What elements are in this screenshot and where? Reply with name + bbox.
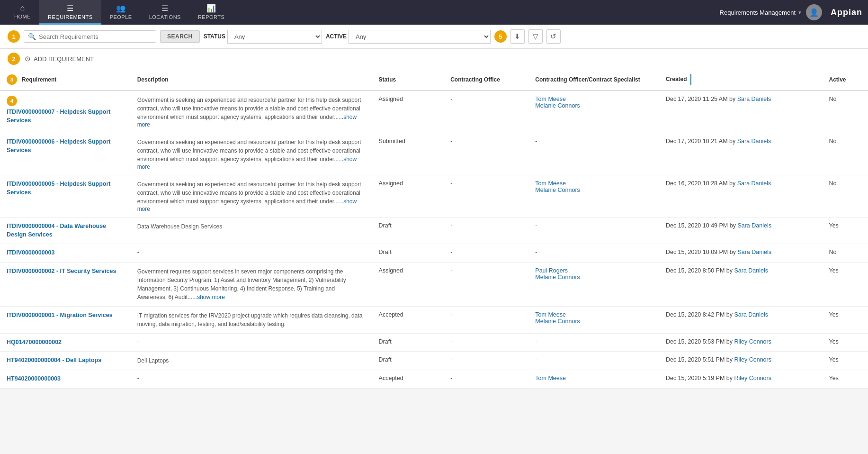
created-by-link[interactable]: Sara Daniels bbox=[737, 222, 771, 229]
created-by-link[interactable]: Riley Connors bbox=[734, 338, 771, 345]
nav-locations[interactable]: ☰ LOCATIONS bbox=[141, 0, 189, 25]
table-header-officer-specialist: Contracting Officer/Contract Specialist bbox=[528, 69, 659, 91]
contracting-office-cell: - bbox=[444, 352, 528, 370]
step-badge-4: 4 bbox=[7, 96, 17, 106]
show-more-link[interactable]: ...show more bbox=[192, 294, 225, 300]
officer-link-1[interactable]: Tom Meese bbox=[535, 96, 653, 102]
requirements-icon: ☰ bbox=[67, 4, 74, 13]
avatar[interactable]: 👤 bbox=[806, 4, 822, 20]
add-icon: ⊙ bbox=[25, 54, 31, 63]
created-date: Dec 17, 2020 10:21 AM by bbox=[666, 138, 737, 145]
status-cell: Submitted bbox=[372, 133, 444, 175]
created-date: Dec 15, 2020 10:09 PM by bbox=[666, 249, 737, 255]
toolbar-row: 1 🔍 SEARCH STATUS Any Draft Submitted As… bbox=[0, 25, 868, 49]
table-row: HT94020000000004 - Dell LaptopsDell Lapt… bbox=[0, 352, 868, 370]
officer-link-1[interactable]: Tom Meese bbox=[535, 375, 653, 381]
step-badge-3: 3 bbox=[7, 74, 17, 85]
officer-cell: - bbox=[528, 133, 659, 175]
description-text: IT migration services for the IRV2020 pr… bbox=[137, 312, 363, 327]
created-by-link[interactable]: Riley Connors bbox=[734, 375, 771, 381]
download-button[interactable]: ⬇ bbox=[510, 29, 525, 44]
table-row: ITDIV0000000006 - Helpdesk Support Servi… bbox=[0, 133, 868, 175]
requirement-link[interactable]: ITDIV0000000006 - Helpdesk Support Servi… bbox=[7, 138, 111, 154]
requirement-link[interactable]: ITDIV0000000005 - Helpdesk Support Servi… bbox=[7, 181, 111, 196]
nav-items: ⌂ HOME ☰ REQUIREMENTS 👥 PEOPLE ☰ LOCATIO… bbox=[6, 0, 720, 25]
people-icon: 👥 bbox=[116, 4, 126, 13]
table-header-created: Created bbox=[659, 69, 823, 91]
search-button[interactable]: SEARCH bbox=[160, 30, 200, 43]
created-cell: Dec 15, 2020 10:09 PM by Sara Daniels bbox=[659, 244, 823, 263]
requirement-link[interactable]: ITDIV0000000004 - Data Warehouse Design … bbox=[7, 223, 106, 238]
created-by-link[interactable]: Sara Daniels bbox=[737, 138, 771, 145]
active-label: ACTIVE bbox=[326, 33, 347, 40]
active-select[interactable]: Any Yes No bbox=[349, 30, 491, 44]
created-cell: Dec 15, 2020 5:53 PM by Riley Connors bbox=[659, 333, 823, 352]
description-cell: - bbox=[131, 370, 372, 389]
requirement-link[interactable]: ITDIV0000000002 - IT Security Services bbox=[7, 268, 116, 274]
active-cell: Yes bbox=[822, 370, 868, 389]
created-date: Dec 17, 2020 11:25 AM by bbox=[666, 96, 737, 102]
description-text: Government is seeking an experienced and… bbox=[137, 181, 361, 205]
officer-cell: - bbox=[528, 244, 659, 263]
filter-icon: ▽ bbox=[533, 32, 538, 41]
requirement-link[interactable]: HQ01470000000002 bbox=[7, 339, 62, 345]
officer-link-1[interactable]: Tom Meese bbox=[535, 311, 653, 318]
created-cell: Dec 15, 2020 10:49 PM by Sara Daniels bbox=[659, 218, 823, 244]
officer-link-2[interactable]: Melanie Connors bbox=[535, 187, 653, 193]
locations-icon: ☰ bbox=[161, 4, 169, 13]
description-cell: - bbox=[131, 244, 372, 263]
add-requirement-button[interactable]: ⊙ ADD REQUIREMENT bbox=[25, 54, 94, 63]
officer-link-1[interactable]: Tom Meese bbox=[535, 180, 653, 187]
appian-logo: Appian bbox=[831, 8, 862, 18]
active-cell: No bbox=[822, 133, 868, 175]
contracting-office-cell: - bbox=[444, 244, 528, 263]
requirements-table: 3 Requirement Description Status Contrac… bbox=[0, 69, 868, 389]
created-cell: Dec 15, 2020 8:50 PM by Sara Daniels bbox=[659, 262, 823, 306]
table-row: ITDIV0000000002 - IT Security ServicesGo… bbox=[0, 262, 868, 306]
status-select[interactable]: Any Draft Submitted Assigned Accepted bbox=[227, 30, 322, 44]
refresh-button[interactable]: ↺ bbox=[546, 29, 561, 44]
created-date: Dec 15, 2020 8:42 PM by bbox=[666, 311, 734, 318]
home-icon: ⌂ bbox=[20, 4, 25, 12]
active-cell: No bbox=[822, 91, 868, 133]
nav-right: Requirements Management ▾ 👤 Appian bbox=[720, 4, 862, 20]
reports-icon: 📊 bbox=[206, 4, 216, 13]
description-text: Government is seeking an experienced and… bbox=[137, 139, 361, 163]
requirement-link[interactable]: ITDIV0000000003 bbox=[7, 249, 54, 256]
requirement-link[interactable]: HT94020000000004 - Dell Laptops bbox=[7, 357, 101, 363]
table-header-requirement: 3 Requirement bbox=[0, 69, 131, 91]
created-by-link[interactable]: Riley Connors bbox=[734, 356, 771, 363]
search-input[interactable] bbox=[39, 33, 152, 40]
filter-button[interactable]: ▽ bbox=[528, 29, 543, 44]
officer-link-2[interactable]: Melanie Connors bbox=[535, 318, 653, 325]
table-header-status: Status bbox=[372, 69, 444, 91]
officer-link-1[interactable]: Paul Rogers bbox=[535, 267, 653, 274]
nav-requirements[interactable]: ☰ REQUIREMENTS bbox=[39, 0, 101, 25]
table-row: ITDIV0000000004 - Data Warehouse Design … bbox=[0, 218, 868, 244]
status-cell: Draft bbox=[372, 218, 444, 244]
status-cell: Accepted bbox=[372, 370, 444, 389]
requirement-link[interactable]: HT94020000000003 bbox=[7, 375, 61, 382]
contracting-office-cell: - bbox=[444, 333, 528, 352]
nav-home-label: HOME bbox=[14, 14, 31, 19]
table-row: 4ITDIV0000000007 - Helpdesk Support Serv… bbox=[0, 91, 868, 133]
officer-link-2[interactable]: Melanie Connors bbox=[535, 274, 653, 281]
nav-home[interactable]: ⌂ HOME bbox=[6, 0, 39, 25]
nav-reports[interactable]: 📊 REPORTS bbox=[189, 0, 233, 25]
nav-people[interactable]: 👥 PEOPLE bbox=[101, 0, 141, 25]
created-by-link[interactable]: Sara Daniels bbox=[737, 249, 771, 255]
created-by-link[interactable]: Sara Daniels bbox=[737, 180, 771, 187]
officer-link-2[interactable]: Melanie Connors bbox=[535, 102, 653, 109]
created-date: Dec 15, 2020 5:51 PM by bbox=[666, 356, 734, 363]
contracting-office-cell: - bbox=[444, 306, 528, 333]
created-by-link[interactable]: Sara Daniels bbox=[737, 96, 771, 102]
requirement-link[interactable]: ITDIV0000000001 - Migration Services bbox=[7, 312, 113, 318]
add-requirement-row: 2 ⊙ ADD REQUIREMENT bbox=[0, 49, 868, 69]
created-by-link[interactable]: Sara Daniels bbox=[734, 267, 768, 274]
column-divider bbox=[690, 74, 691, 85]
requirement-link[interactable]: ITDIV0000000007 - Helpdesk Support Servi… bbox=[7, 109, 111, 124]
app-title: Requirements Management bbox=[720, 9, 796, 16]
created-cell: Dec 17, 2020 11:25 AM by Sara Daniels bbox=[659, 91, 823, 133]
created-by-link[interactable]: Sara Daniels bbox=[734, 311, 768, 318]
app-title-wrapper[interactable]: Requirements Management ▾ bbox=[720, 9, 801, 16]
